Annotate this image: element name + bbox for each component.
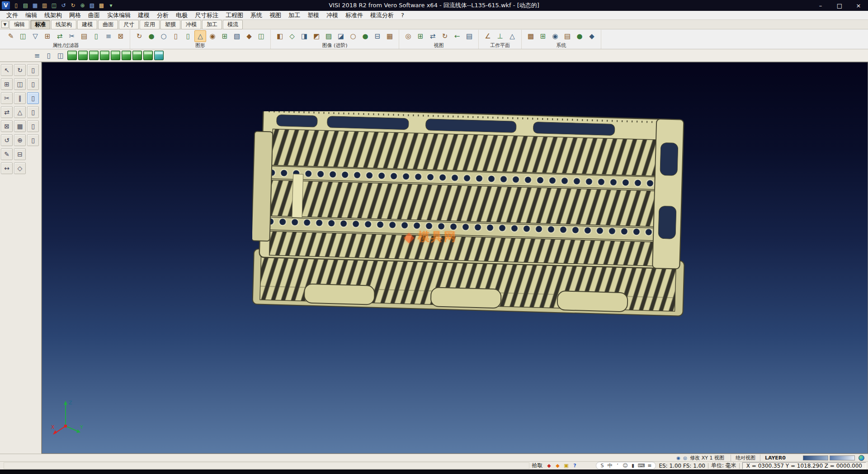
mask-cut-icon[interactable]: ✂ bbox=[66, 30, 78, 42]
tab[interactable]: 曲面 bbox=[98, 20, 118, 29]
absolute-view-button[interactable]: 绝对视图 bbox=[731, 455, 760, 461]
view-axonometric-icon[interactable] bbox=[67, 51, 77, 60]
view-left-icon[interactable] bbox=[122, 51, 131, 60]
ime-mic-icon[interactable]: ▮ bbox=[630, 463, 636, 469]
erase-icon[interactable]: ⊠ bbox=[1, 120, 13, 132]
previous-view-icon[interactable]: ← bbox=[451, 30, 463, 42]
menu-item[interactable]: 系统 bbox=[247, 11, 266, 20]
globe-icon[interactable] bbox=[859, 455, 864, 461]
warning-icon[interactable]: ◆ bbox=[554, 462, 561, 469]
tab-dropdown-icon[interactable]: ▼ bbox=[1, 21, 9, 28]
select-window-icon[interactable]: ⊞ bbox=[1, 78, 13, 90]
layer-manager-icon[interactable]: ▤ bbox=[78, 30, 90, 42]
screen-capture-icon[interactable]: ▧ bbox=[88, 1, 96, 10]
tab[interactable]: 线架构 bbox=[51, 20, 76, 29]
note-icon[interactable]: ▣ bbox=[563, 462, 570, 469]
tab[interactable]: 应用 bbox=[140, 20, 160, 29]
swap-selection-icon[interactable]: ⇄ bbox=[54, 30, 66, 42]
maximize-button[interactable]: □ bbox=[830, 0, 849, 11]
attribute-copy-icon[interactable]: ◫ bbox=[17, 30, 29, 42]
quality-icon[interactable]: ▦ bbox=[384, 30, 396, 42]
settings-icon[interactable]: ▩ bbox=[97, 1, 106, 10]
ime-toolbox-icon[interactable]: ≡ bbox=[646, 463, 652, 469]
view-mode-radio-1-icon[interactable]: ◉ bbox=[675, 455, 681, 461]
clipboard-copy-icon[interactable]: ▯ bbox=[27, 106, 39, 118]
layer-color-bar-1[interactable] bbox=[803, 455, 828, 460]
rotate-tool-icon[interactable]: ↻ bbox=[14, 64, 26, 76]
menu-item[interactable]: 分析 bbox=[153, 11, 172, 20]
tab[interactable]: 塑膜 bbox=[160, 20, 180, 29]
line-style-icon[interactable]: ≡ bbox=[103, 30, 114, 42]
workplane-icon[interactable]: ∠ bbox=[482, 30, 494, 42]
preview-icon[interactable]: ◫ bbox=[50, 1, 58, 10]
menu-item[interactable]: 标准件 bbox=[342, 11, 367, 20]
minimize-button[interactable]: – bbox=[811, 0, 830, 11]
tab[interactable]: 标准 bbox=[30, 20, 50, 29]
element-filter-icon[interactable]: ▽ bbox=[29, 30, 41, 42]
clipboard-new-icon[interactable]: ▯ bbox=[27, 64, 39, 76]
modify-view-label[interactable]: 修改 XY 1 视图 bbox=[690, 455, 724, 461]
single-window-icon[interactable]: ▯ bbox=[43, 50, 54, 61]
view-right-icon[interactable] bbox=[111, 51, 120, 60]
zoom-fit-icon[interactable]: ◎ bbox=[402, 30, 414, 42]
zoom-window-icon[interactable]: ⊞ bbox=[415, 30, 426, 42]
ime-punct-icon[interactable]: ’ bbox=[615, 463, 621, 469]
refresh-icon[interactable]: ⊕ bbox=[78, 1, 87, 10]
qat-dropdown-icon[interactable]: ▾ bbox=[107, 1, 115, 10]
render-icon[interactable]: ◩ bbox=[311, 30, 322, 42]
section-view-icon[interactable]: ⊟ bbox=[372, 30, 383, 42]
menu-item[interactable]: 曲面 bbox=[85, 11, 104, 20]
menu-item[interactable]: 视图 bbox=[266, 11, 285, 20]
light-icon[interactable]: ○ bbox=[347, 30, 359, 42]
multi-window-icon[interactable]: ◫ bbox=[55, 50, 66, 61]
trim-icon[interactable]: ✂ bbox=[1, 92, 13, 104]
pan-icon[interactable]: ⇄ bbox=[427, 30, 439, 42]
box-icon[interactable]: ⊞ bbox=[219, 30, 231, 42]
cylinder2-icon[interactable]: ▯ bbox=[182, 30, 194, 42]
view-bottom-icon[interactable] bbox=[143, 51, 153, 60]
grid-icon[interactable]: ⊞ bbox=[537, 30, 549, 42]
view-back-icon[interactable] bbox=[132, 51, 142, 60]
menu-item[interactable]: 实体编辑 bbox=[104, 11, 134, 20]
tab[interactable]: 冲模 bbox=[181, 20, 201, 29]
rotate-view-icon[interactable]: ↻ bbox=[439, 30, 451, 42]
cone-icon[interactable]: △ bbox=[194, 30, 206, 42]
ime-chinese-icon[interactable]: 中 bbox=[607, 462, 613, 469]
sogou-logo-icon[interactable]: S bbox=[599, 463, 605, 469]
tab[interactable]: 加工 bbox=[202, 20, 222, 29]
shaded-mode-icon[interactable]: ◧ bbox=[274, 30, 286, 42]
view-mode-radio-2-icon[interactable]: ◎ bbox=[682, 455, 688, 461]
sphere-icon[interactable]: ◉ bbox=[207, 30, 218, 42]
menu-item[interactable]: 编辑 bbox=[22, 11, 41, 20]
hidden-line-icon[interactable]: ◨ bbox=[298, 30, 310, 42]
group-icon[interactable]: ◫ bbox=[255, 30, 267, 42]
explode-icon[interactable]: ◇ bbox=[14, 162, 26, 174]
clipboard-save-icon[interactable]: ▯ bbox=[27, 92, 39, 104]
save-icon[interactable]: ▦ bbox=[31, 1, 39, 10]
tab[interactable]: 编辑 bbox=[9, 20, 29, 29]
menu-item[interactable]: 冲模 bbox=[323, 11, 342, 20]
flag-icon[interactable]: ◆ bbox=[546, 462, 553, 469]
menu-item[interactable]: 加工 bbox=[285, 11, 304, 20]
mirror-icon[interactable]: ◫ bbox=[14, 78, 26, 90]
menu-item[interactable]: 尺寸标注 bbox=[191, 11, 222, 20]
layout-list-icon[interactable]: ≡ bbox=[32, 50, 42, 61]
close-button[interactable]: × bbox=[849, 0, 868, 11]
menu-item[interactable]: 电极 bbox=[172, 11, 191, 20]
ime-emoji-icon[interactable]: ☺ bbox=[623, 463, 628, 469]
array-icon[interactable]: ▦ bbox=[14, 120, 26, 132]
regen-view-icon[interactable]: ↻ bbox=[133, 30, 145, 42]
select-arrow-icon[interactable]: ↖ bbox=[1, 64, 13, 76]
new-doc-icon[interactable]: ▯ bbox=[12, 1, 20, 10]
clipboard-list-icon[interactable]: ▯ bbox=[27, 134, 39, 146]
solid-icon[interactable]: ◆ bbox=[243, 30, 255, 42]
offset-icon[interactable]: ∥ bbox=[14, 92, 26, 104]
options-icon[interactable]: ▤ bbox=[561, 30, 573, 42]
pick-mode-label[interactable]: 拾取 bbox=[532, 462, 543, 469]
menu-item[interactable]: 线架构 bbox=[41, 11, 66, 20]
menu-item[interactable]: 网格 bbox=[66, 11, 85, 20]
layer-color-bar-2[interactable] bbox=[830, 455, 855, 460]
pen-style-icon[interactable]: ▯ bbox=[90, 30, 102, 42]
menu-item[interactable]: 工程图 bbox=[222, 11, 247, 20]
modify-icon[interactable]: ✎ bbox=[1, 148, 13, 160]
